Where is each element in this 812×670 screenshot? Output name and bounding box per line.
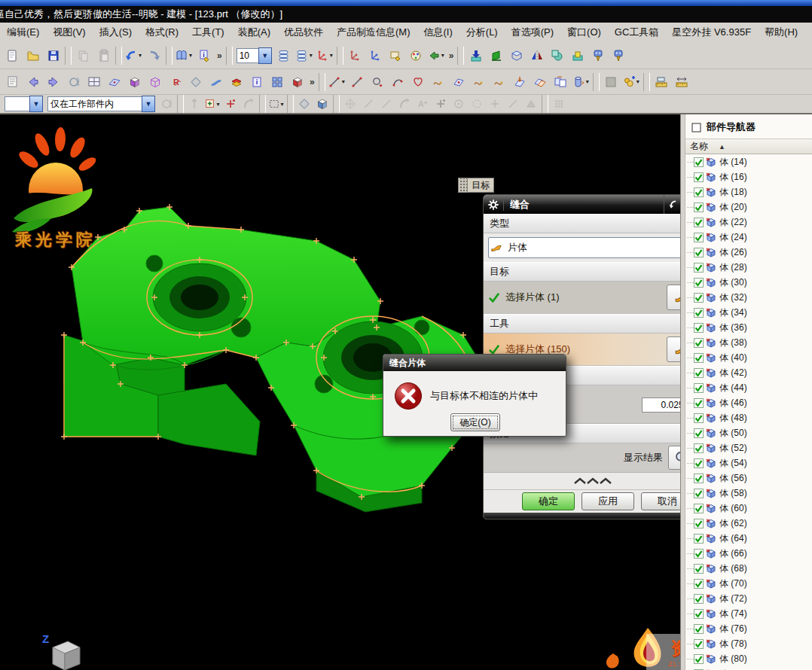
menu-item-GC工具箱[interactable]: GC工具箱: [608, 23, 666, 41]
tolerance-input[interactable]: 0.02540: [642, 397, 680, 413]
dropdown-arrow-icon[interactable]: ▼: [258, 47, 272, 64]
overflow-icon[interactable]: »: [215, 50, 224, 61]
body-item-label[interactable]: 体 (68): [719, 562, 747, 575]
checkbox-checked-icon[interactable]: [694, 233, 704, 242]
menu-item-窗口O[interactable]: 窗口(O): [560, 23, 608, 41]
navigator-body-row[interactable]: 体 (38): [685, 335, 812, 350]
body-item-label[interactable]: 体 (34): [719, 306, 747, 319]
cancel-button[interactable]: 取消: [641, 492, 680, 510]
notes-icon[interactable]: [2, 72, 23, 92]
snapshot-icon[interactable]: [84, 72, 104, 92]
navigator-body-row[interactable]: 体 (70): [685, 576, 812, 591]
body-item-label[interactable]: 体 (44): [719, 382, 747, 394]
menu-item-产品制造信息M[interactable]: 产品制造信息(M): [330, 23, 417, 41]
navigator-body-row[interactable]: 体 (16): [685, 169, 812, 184]
navigator-body-row[interactable]: 体 (28): [685, 260, 812, 275]
checkbox-checked-icon[interactable]: [694, 248, 704, 257]
navigator-body-row[interactable]: 体 (78): [685, 636, 812, 651]
measure-distance-icon[interactable]: [672, 72, 692, 92]
sheet-list-alt-icon[interactable]: ▾: [295, 45, 315, 65]
navigator-body-row[interactable]: 体 (14): [685, 154, 812, 169]
csys-icon[interactable]: ▾: [315, 45, 335, 65]
dropdown-arrow-icon[interactable]: ▾: [308, 52, 314, 59]
menu-item-插入S[interactable]: 插入(S): [93, 23, 139, 41]
menu-item-首选项P[interactable]: 首选项(P): [505, 23, 560, 41]
checkbox-checked-icon[interactable]: [694, 504, 704, 513]
checkbox-checked-icon[interactable]: [694, 609, 704, 619]
dropdown-arrow-icon[interactable]: ▾: [340, 78, 346, 85]
v-curve-icon[interactable]: [490, 72, 510, 92]
target-section-header[interactable]: 目标: [484, 262, 680, 282]
drill-icon[interactable]: [588, 45, 608, 65]
body-item-label[interactable]: 体 (30): [719, 276, 747, 289]
sheet-list-icon[interactable]: [274, 45, 295, 65]
type-dropdown[interactable]: 片体 ▼: [488, 237, 680, 258]
menu-item-星空外挂V6.935F[interactable]: 星空外挂 V6.935F: [665, 23, 758, 41]
checkbox-checked-icon[interactable]: [694, 564, 704, 574]
dialog-bottom-grip[interactable]: [484, 513, 680, 519]
navigator-body-row[interactable]: 体 (42): [685, 365, 812, 380]
checkbox-checked-icon[interactable]: [694, 218, 704, 227]
body-item-label[interactable]: 体 (22): [719, 216, 747, 229]
checkbox-checked-icon[interactable]: [694, 534, 704, 544]
datum-plane-icon[interactable]: [104, 72, 124, 92]
save-icon[interactable]: [43, 45, 63, 65]
body-item-label[interactable]: 体 (26): [719, 246, 747, 259]
overflow3-icon[interactable]: »: [307, 77, 317, 87]
revolve-icon[interactable]: [486, 45, 506, 65]
csys-blue-icon[interactable]: [365, 45, 386, 65]
layers-icon[interactable]: [226, 72, 246, 92]
body-item-label[interactable]: 体 (72): [719, 592, 747, 605]
intersect-curve-icon[interactable]: [530, 72, 551, 92]
navigator-body-row[interactable]: 体 (30): [685, 275, 812, 290]
info-box-icon[interactable]: i: [246, 72, 267, 92]
checkbox-checked-icon[interactable]: [694, 308, 704, 318]
measure-face-icon[interactable]: [652, 72, 672, 92]
menu-item-信息I[interactable]: 信息(I): [417, 23, 459, 41]
navigator-body-row[interactable]: 体 (64): [685, 531, 812, 546]
project-curve-icon[interactable]: [510, 72, 530, 92]
cube-purple-icon[interactable]: [124, 72, 145, 92]
tool-sheet-button[interactable]: [667, 337, 680, 362]
checkbox-checked-icon[interactable]: [694, 639, 704, 649]
navigator-body-row[interactable]: 体 (80): [685, 651, 812, 666]
spline-icon[interactable]: [408, 72, 429, 92]
dropdown-arrow-icon[interactable]: ▼: [29, 96, 43, 112]
arc-icon[interactable]: [388, 72, 408, 92]
body-item-label[interactable]: 体 (36): [719, 321, 747, 334]
forward-icon[interactable]: [43, 72, 63, 92]
drag-handle-icon[interactable]: [458, 178, 468, 193]
body-item-label[interactable]: 体 (76): [719, 623, 747, 635]
navigator-body-row[interactable]: 体 (60): [685, 501, 812, 516]
navigator-body-row[interactable]: 体 (66): [685, 546, 812, 561]
body-item-label[interactable]: 体 (18): [719, 186, 747, 199]
menu-item-视图V[interactable]: 视图(V): [46, 23, 92, 41]
navigator-body-row[interactable]: 体 (82): [685, 666, 812, 670]
target-select-row[interactable]: 选择片体 (1): [484, 282, 680, 314]
redo-icon[interactable]: [144, 45, 164, 65]
checkbox-checked-icon[interactable]: [694, 413, 704, 423]
wrap-curve-icon[interactable]: ▾: [571, 72, 591, 92]
navigator-body-row[interactable]: 体 (56): [685, 471, 812, 486]
role-icon[interactable]: ▾: [426, 45, 447, 65]
target-float-label[interactable]: 目标: [458, 178, 494, 193]
overflow2-icon[interactable]: »: [447, 50, 456, 61]
checkbox-checked-icon[interactable]: [694, 594, 704, 604]
navigator-body-row[interactable]: 体 (18): [685, 184, 812, 199]
navigator-body-row[interactable]: 体 (72): [685, 591, 812, 606]
body-item-label[interactable]: 体 (78): [719, 638, 747, 650]
cube-red-icon[interactable]: [287, 72, 307, 92]
checkbox-checked-icon[interactable]: [694, 579, 704, 589]
menu-item-分析L[interactable]: 分析(L): [459, 23, 505, 41]
sew-dialog-titlebar[interactable]: 缝合: [484, 195, 680, 214]
checkbox-checked-icon[interactable]: [694, 458, 704, 468]
dropdown-arrow-icon[interactable]: ▾: [279, 101, 285, 108]
palette-icon[interactable]: [406, 45, 426, 65]
type-section-header[interactable]: 类型: [484, 214, 680, 233]
plus-box-icon[interactable]: ▾: [203, 96, 221, 113]
checkbox-checked-icon[interactable]: [694, 368, 704, 378]
dropdown-arrow-icon[interactable]: ▾: [215, 101, 221, 108]
target-sheet-button[interactable]: [667, 285, 680, 310]
checkbox-checked-icon[interactable]: [694, 263, 704, 273]
trim-body-icon[interactable]: [547, 45, 567, 65]
